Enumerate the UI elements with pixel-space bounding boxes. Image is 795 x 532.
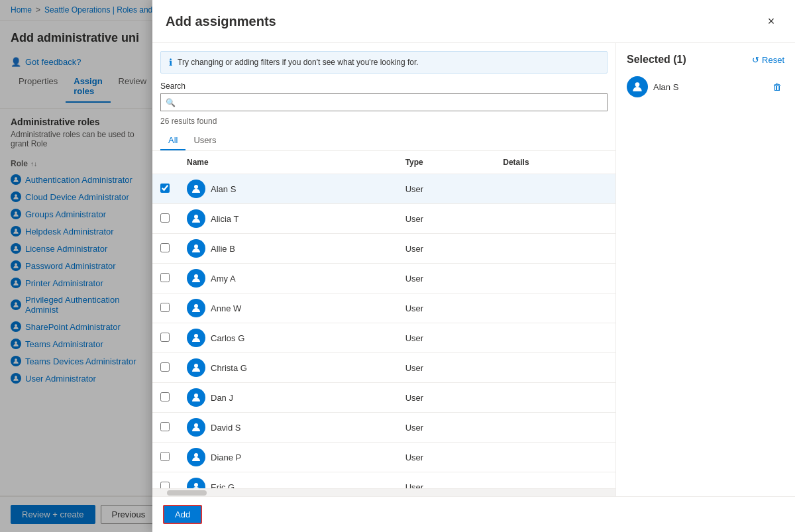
table-area[interactable]: Name Type Details Alan S User bbox=[152, 151, 615, 488]
row-type: User bbox=[398, 413, 496, 443]
table-row[interactable]: Allie B User bbox=[152, 234, 615, 264]
row-type: User bbox=[398, 353, 496, 383]
search-label: Search bbox=[160, 81, 608, 91]
table-row[interactable]: Alicia T User bbox=[152, 204, 615, 234]
table-row[interactable]: Anne W User bbox=[152, 293, 615, 323]
horizontal-scrollbar[interactable] bbox=[152, 488, 615, 496]
info-icon: ℹ bbox=[169, 57, 172, 68]
info-message: Try changing or adding filters if you do… bbox=[178, 58, 419, 67]
modal-overlay: Add assignments × ℹ Try changing or addi… bbox=[0, 21, 795, 496]
user-avatar bbox=[187, 269, 205, 288]
user-avatar bbox=[187, 478, 205, 488]
row-name: Alan S bbox=[179, 174, 398, 204]
selected-user-avatar bbox=[627, 76, 648, 97]
search-input[interactable] bbox=[160, 93, 608, 111]
user-avatar bbox=[187, 418, 205, 437]
filter-tab-users[interactable]: Users bbox=[186, 131, 224, 150]
selected-users-list: Alan S 🗑 bbox=[627, 71, 784, 103]
selected-label: Selected bbox=[627, 54, 670, 65]
user-name: Carlos G bbox=[211, 333, 244, 343]
user-name: Amy A bbox=[211, 274, 236, 284]
row-checkbox-cell[interactable] bbox=[152, 174, 179, 204]
col-checkbox bbox=[152, 151, 179, 174]
row-checkbox[interactable] bbox=[160, 422, 170, 431]
modal-header: Add assignments × bbox=[152, 21, 795, 43]
selected-title: Selected (1) bbox=[627, 54, 686, 66]
row-details bbox=[495, 383, 615, 413]
table-row[interactable]: Christa G User bbox=[152, 353, 615, 383]
search-panel: ℹ Try changing or adding filters if you … bbox=[152, 43, 616, 496]
row-checkbox[interactable] bbox=[160, 362, 170, 372]
row-checkbox-cell[interactable] bbox=[152, 264, 179, 293]
user-name: Diane P bbox=[211, 452, 241, 462]
user-avatar bbox=[187, 329, 205, 347]
table-row[interactable]: Eric G User bbox=[152, 472, 615, 489]
row-type: User bbox=[398, 383, 496, 413]
row-checkbox[interactable] bbox=[160, 184, 170, 193]
modal-close-button[interactable]: × bbox=[761, 21, 782, 32]
user-name: Allie B bbox=[211, 244, 235, 254]
info-bar: ℹ Try changing or adding filters if you … bbox=[160, 51, 608, 74]
svg-point-20 bbox=[194, 423, 198, 427]
user-name: Eric G bbox=[211, 482, 235, 489]
row-checkbox[interactable] bbox=[160, 333, 170, 342]
row-checkbox[interactable] bbox=[160, 273, 170, 282]
table-row[interactable]: Amy A User bbox=[152, 264, 615, 293]
selected-user-info: Alan S bbox=[627, 76, 678, 97]
row-checkbox-cell[interactable] bbox=[152, 204, 179, 234]
row-checkbox-cell[interactable] bbox=[152, 443, 179, 472]
row-checkbox[interactable] bbox=[160, 452, 170, 461]
results-table: Name Type Details Alan S User bbox=[152, 151, 615, 488]
row-name: Eric G bbox=[179, 472, 398, 489]
selected-header: Selected (1) ↺ Reset bbox=[627, 54, 784, 66]
table-row[interactable]: David S User bbox=[152, 413, 615, 443]
row-details bbox=[495, 293, 615, 323]
reset-icon: ↺ bbox=[752, 55, 759, 65]
row-type: User bbox=[398, 443, 496, 472]
results-count: 26 results found bbox=[152, 117, 615, 131]
row-type: User bbox=[398, 323, 496, 353]
user-avatar bbox=[187, 388, 205, 407]
row-name: Dan J bbox=[179, 383, 398, 413]
row-name: Carlos G bbox=[179, 323, 398, 353]
search-area: Search 🔍 bbox=[152, 81, 615, 117]
row-checkbox-cell[interactable] bbox=[152, 353, 179, 383]
row-type: User bbox=[398, 234, 496, 264]
row-checkbox-cell[interactable] bbox=[152, 234, 179, 264]
row-details bbox=[495, 264, 615, 293]
modal: Add assignments × ℹ Try changing or addi… bbox=[152, 21, 795, 496]
row-checkbox[interactable] bbox=[160, 243, 170, 252]
row-type: User bbox=[398, 293, 496, 323]
row-details bbox=[495, 413, 615, 443]
row-checkbox-cell[interactable] bbox=[152, 293, 179, 323]
svg-point-13 bbox=[194, 215, 198, 219]
h-scroll-thumb bbox=[167, 490, 207, 496]
reset-button[interactable]: ↺ Reset bbox=[752, 55, 784, 65]
modal-body: ℹ Try changing or adding filters if you … bbox=[152, 43, 795, 496]
row-checkbox-cell[interactable] bbox=[152, 323, 179, 353]
row-checkbox[interactable] bbox=[160, 213, 170, 223]
row-checkbox-cell[interactable] bbox=[152, 413, 179, 443]
user-avatar bbox=[187, 180, 205, 198]
user-avatar bbox=[187, 448, 205, 466]
row-checkbox-cell[interactable] bbox=[152, 472, 179, 489]
svg-point-17 bbox=[194, 334, 198, 338]
row-checkbox[interactable] bbox=[160, 392, 170, 401]
table-row[interactable]: Dan J User bbox=[152, 383, 615, 413]
user-avatar bbox=[187, 299, 205, 317]
row-type: User bbox=[398, 174, 496, 204]
table-row[interactable]: Diane P User bbox=[152, 443, 615, 472]
filter-tab-all[interactable]: All bbox=[160, 131, 186, 150]
user-name: David S bbox=[211, 423, 241, 433]
row-checkbox-cell[interactable] bbox=[152, 383, 179, 413]
svg-point-22 bbox=[194, 483, 198, 487]
row-checkbox[interactable] bbox=[160, 303, 170, 312]
selected-user-name: Alan S bbox=[653, 82, 678, 92]
user-name: Alicia T bbox=[211, 214, 238, 224]
svg-point-14 bbox=[194, 244, 198, 248]
row-checkbox[interactable] bbox=[160, 482, 170, 489]
table-row[interactable]: Alan S User bbox=[152, 174, 615, 204]
row-details bbox=[495, 443, 615, 472]
table-row[interactable]: Carlos G User bbox=[152, 323, 615, 353]
delete-user-icon[interactable]: 🗑 bbox=[770, 79, 784, 95]
